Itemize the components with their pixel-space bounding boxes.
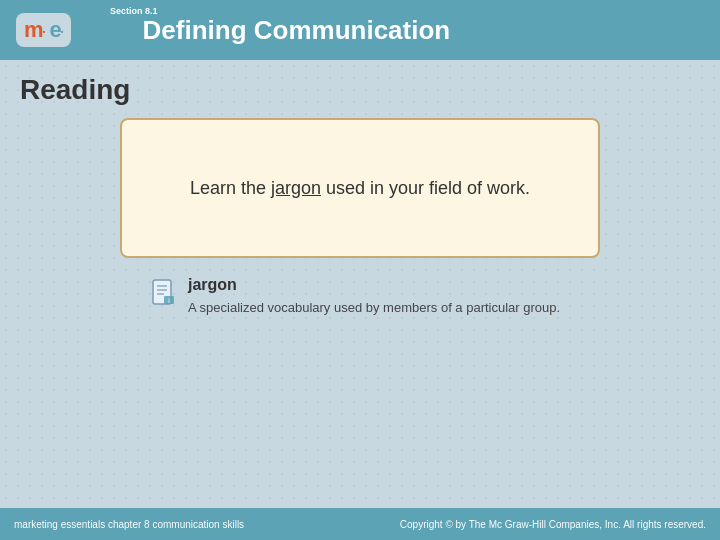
logo-e: e [44, 17, 60, 42]
card-text-term: jargon [271, 178, 321, 198]
footer-right-text: Copyright © by The Mc Graw-Hill Companie… [400, 519, 706, 530]
section-label: Section 8.1 [110, 6, 158, 16]
logo-dot2: • [61, 27, 63, 36]
definition-content: jargon A specialized vocabulary used by … [188, 276, 600, 318]
definition-term: jargon [188, 276, 600, 294]
header: m• e• Section 8.1 Defining Communication [0, 0, 720, 60]
card-area: Learn the jargon used in your field of w… [120, 118, 600, 318]
card-text-prefix: Learn the [190, 178, 271, 198]
definition-section: i jargon A specialized vocabulary used b… [120, 276, 600, 318]
logo-image: m• e• [16, 13, 71, 47]
reading-card: Learn the jargon used in your field of w… [120, 118, 600, 258]
card-text-suffix: used in your field of work. [321, 178, 530, 198]
logo: m• e• [16, 13, 71, 47]
definition-text: A specialized vocabulary used by members… [188, 298, 600, 318]
section-heading: Reading [20, 74, 700, 106]
main-content: Reading Learn the jargon used in your fi… [0, 60, 720, 540]
card-text: Learn the jargon used in your field of w… [190, 175, 530, 202]
footer-left-text: marketing essentials chapter 8 communica… [14, 519, 244, 530]
footer: marketing essentials chapter 8 communica… [0, 508, 720, 540]
logo-m: m [24, 17, 43, 42]
page-title: Defining Communication [143, 15, 451, 46]
definition-icon: i [150, 278, 178, 306]
